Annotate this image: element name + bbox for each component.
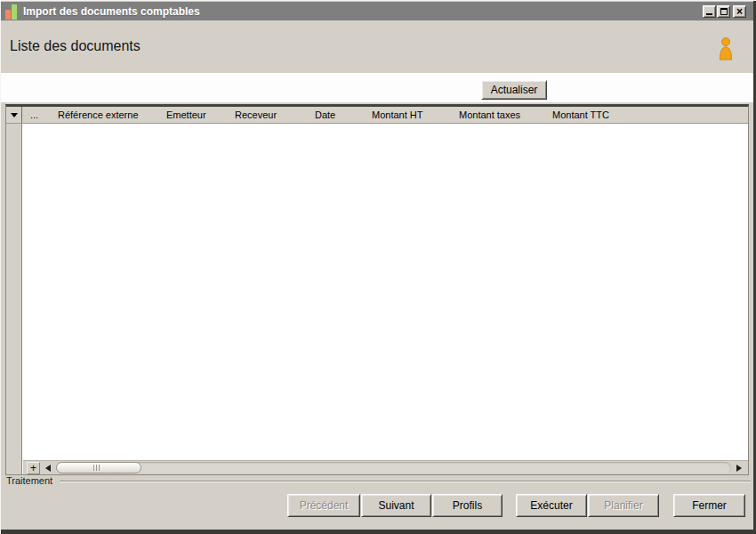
close-button[interactable]: × xyxy=(733,5,746,18)
documents-grid: ... Référence externe Emetteur Receveur … xyxy=(5,104,749,475)
row-selector-header[interactable] xyxy=(6,107,22,123)
window-controls: × xyxy=(702,5,746,18)
arrow-left-icon xyxy=(45,465,51,472)
previous-button[interactable]: Précédent xyxy=(287,494,360,517)
grip-icon xyxy=(96,465,97,471)
person-icon xyxy=(716,36,736,61)
arrow-right-icon xyxy=(736,465,742,472)
column-header-receveur[interactable]: Receveur xyxy=(229,107,310,123)
close-icon: × xyxy=(734,6,745,17)
column-header-montant-ttc[interactable]: Montant TTC xyxy=(547,107,645,123)
schedule-button[interactable]: Planifier xyxy=(588,494,659,517)
traitement-group-line xyxy=(60,481,751,482)
add-row-button[interactable]: + xyxy=(27,462,40,474)
refresh-button[interactable]: Actualiser xyxy=(481,80,547,100)
scrollbar-track[interactable] xyxy=(56,462,731,473)
grid-header-row: ... Référence externe Emetteur Receveur … xyxy=(6,107,748,124)
column-header-filler xyxy=(645,107,748,123)
column-header-date[interactable]: Date xyxy=(310,107,366,123)
column-header-dots[interactable]: ... xyxy=(22,107,52,123)
horizontal-scrollbar: + xyxy=(23,460,748,474)
row-selector-gutter xyxy=(6,124,22,474)
dialog-window: Import des documents comptables × Liste … xyxy=(0,0,756,534)
profiles-button[interactable]: Profils xyxy=(432,494,503,517)
column-header-montant-ht[interactable]: Montant HT xyxy=(366,107,454,123)
maximize-icon xyxy=(720,8,728,15)
column-header-montant-taxes[interactable]: Montant taxes xyxy=(454,107,547,123)
next-button[interactable]: Suivant xyxy=(361,494,431,517)
page-title: Liste des documents xyxy=(10,38,141,54)
scrollbar-thumb[interactable] xyxy=(56,462,141,473)
bar-chart-icon-salmon-bar xyxy=(5,10,11,20)
window-title: Import des documents comptables xyxy=(23,5,200,18)
bar-chart-icon xyxy=(5,4,18,20)
execute-button[interactable]: Exécuter xyxy=(516,494,587,517)
minimize-icon xyxy=(706,13,712,15)
grid-body-empty xyxy=(23,124,748,460)
scroll-left-button[interactable] xyxy=(42,462,54,474)
close-dialog-button[interactable]: Fermer xyxy=(673,494,745,517)
maximize-button[interactable] xyxy=(717,5,730,18)
minimize-button[interactable] xyxy=(703,5,716,18)
scroll-right-button[interactable] xyxy=(733,462,745,474)
column-header-reference[interactable]: Référence externe xyxy=(52,107,161,123)
column-header-emetteur[interactable]: Emetteur xyxy=(161,107,229,123)
toolbar: Actualiser xyxy=(1,73,753,102)
traitement-group-label: Traitement xyxy=(4,475,54,486)
bar-chart-icon-green-bar xyxy=(12,4,17,20)
titlebar: Import des documents comptables × xyxy=(1,2,753,20)
chevron-down-icon xyxy=(11,113,18,117)
